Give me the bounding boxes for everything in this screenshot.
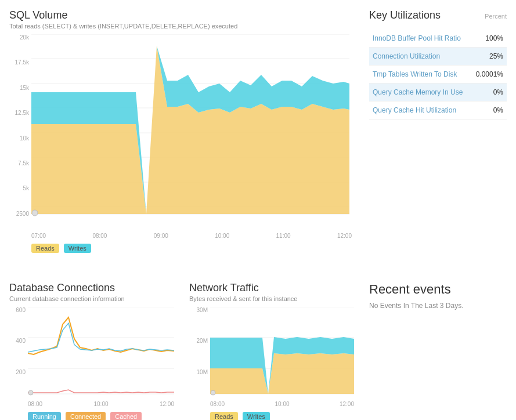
key-utilizations-section: Key Utilizations Percent InnoDB Buffer P…	[369, 9, 507, 253]
util-label-3: Tmp Tables Written To Disk	[373, 70, 457, 78]
sql-volume-section: SQL Volume Total reads (SELECT) & writes…	[9, 9, 352, 253]
util-label-4: Query Cache Memory In Use	[373, 88, 463, 96]
key-util-header: Key Utilizations Percent	[369, 9, 507, 24]
sql-volume-svg-area	[31, 34, 349, 231]
db-x-axis: 08:00 10:00 12:00	[28, 401, 174, 407]
util-label-2: Connection Utilization	[373, 52, 440, 60]
key-util-title: Key Utilizations	[369, 9, 441, 21]
net-legend: Reads Writes	[210, 412, 358, 420]
legend-net-writes[interactable]: Writes	[243, 412, 270, 420]
sql-volume-subtitle: Total reads (SELECT) & writes (INSERT,UP…	[9, 23, 352, 30]
db-y-axis: 600 400 200	[9, 307, 28, 400]
recent-events-message: No Events In The Last 3 Days.	[369, 302, 507, 310]
net-x-axis: 08:00 10:00 12:00	[210, 401, 354, 407]
db-legend: Running Connected Cached	[28, 412, 178, 420]
bottom-grid: Database Connections Current database co…	[9, 282, 507, 420]
legend-connected[interactable]: Connected	[66, 412, 106, 420]
network-chart: 30M 20M 10M	[189, 307, 358, 407]
sql-volume-svg	[31, 34, 349, 231]
svg-point-16	[28, 390, 33, 395]
util-value-4: 0%	[493, 88, 503, 96]
net-y-axis: 30M 20M 10M	[189, 307, 210, 400]
util-label-1: InnoDB Buffer Pool Hit Ratio	[373, 34, 461, 42]
util-value-2: 25%	[489, 52, 503, 60]
db-connections-title: Database Connections	[9, 282, 178, 294]
util-value-1: 100%	[485, 34, 503, 42]
legend-cached[interactable]: Cached	[110, 412, 142, 420]
db-connections-subtitle: Current database connection information	[9, 295, 178, 302]
db-connections-section: Database Connections Current database co…	[9, 282, 178, 420]
sql-volume-legend: Reads Writes	[31, 244, 352, 253]
sql-volume-title: SQL Volume	[9, 9, 352, 21]
network-traffic-subtitle: Bytes received & sent for this instance	[189, 295, 358, 302]
sql-volume-chart: 20k 17.5k 15k 12.5k 10k 7.5k 5k 2500	[9, 34, 352, 253]
svg-point-11	[32, 210, 38, 216]
network-svg	[210, 307, 354, 400]
db-connections-svg	[28, 307, 174, 400]
util-value-5: 0%	[493, 106, 503, 114]
sql-volume-x-axis: 07:00 08:00 09:00 10:00 11:00 12:00	[31, 233, 352, 239]
recent-events-section: Recent events No Events In The Last 3 Da…	[369, 282, 507, 420]
legend-running[interactable]: Running	[28, 412, 61, 420]
db-svg-area: 08:00 10:00 12:00	[28, 307, 174, 407]
util-label-5: Query Cache Hit Utilization	[373, 106, 456, 114]
network-traffic-section: Network Traffic Bytes received & sent fo…	[189, 282, 358, 420]
svg-point-23	[211, 390, 215, 395]
util-row-3: Tmp Tables Written To Disk 0.0001%	[369, 66, 507, 84]
key-util-percent-label: Percent	[485, 13, 507, 20]
legend-net-reads[interactable]: Reads	[210, 412, 238, 420]
util-row-4: Query Cache Memory In Use 0%	[369, 84, 507, 102]
recent-events-title: Recent events	[369, 282, 507, 297]
sql-volume-y-axis: 20k 17.5k 15k 12.5k 10k 7.5k 5k 2500	[9, 34, 31, 236]
db-connections-chart: 600 400 200	[9, 307, 178, 407]
util-row-2: Connection Utilization 25%	[369, 48, 507, 66]
network-traffic-title: Network Traffic	[189, 282, 358, 294]
util-row-1: InnoDB Buffer Pool Hit Ratio 100%	[369, 30, 507, 48]
legend-reads[interactable]: Reads	[31, 244, 59, 253]
legend-writes[interactable]: Writes	[64, 244, 91, 253]
net-svg-area: 08:00 10:00 12:00	[210, 307, 354, 407]
util-value-3: 0.0001%	[476, 70, 503, 78]
util-rows: InnoDB Buffer Pool Hit Ratio 100% Connec…	[369, 30, 507, 120]
svg-marker-9	[31, 46, 349, 214]
util-row-5: Query Cache Hit Utilization 0%	[369, 102, 507, 120]
